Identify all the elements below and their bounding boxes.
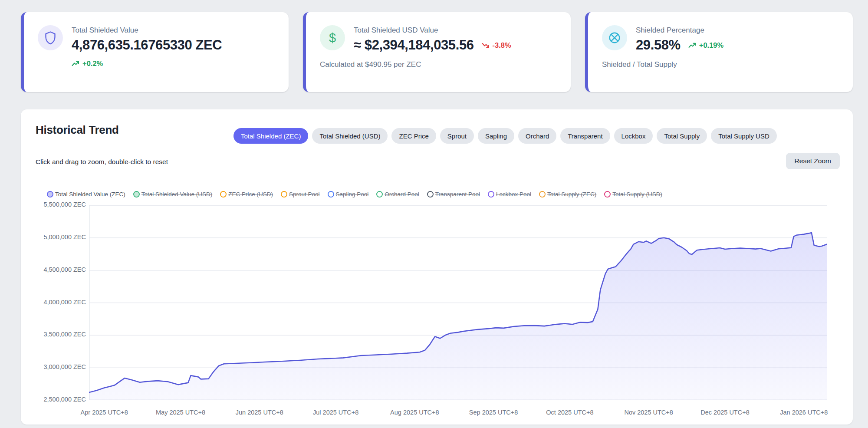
x-axis-tick-label: Dec 2025 UTC+8 <box>690 409 760 416</box>
legend-label: Sapling Pool <box>336 191 369 198</box>
legend-label: Sprout Pool <box>289 191 320 198</box>
legend-marker-icon <box>47 191 53 198</box>
trend-up-icon <box>72 61 79 66</box>
legend-marker-icon <box>604 191 611 198</box>
legend-label: Orchard Pool <box>385 191 419 198</box>
trend-down-icon <box>482 43 490 48</box>
x-axis-tick-label: May 2025 UTC+8 <box>146 409 215 416</box>
legend-marker-icon <box>281 191 287 198</box>
card-total-shielded-value: Total Shielded Value 4,876,635.16765330 … <box>21 12 289 92</box>
card-label: Shielded Percentage <box>636 26 723 35</box>
y-axis-tick-label: 3,000,000 ZEC <box>21 363 86 370</box>
legend-item-transparent-pool[interactable]: Transparent Pool <box>427 191 480 198</box>
series-area <box>89 233 827 400</box>
tab-total-shielded-zec[interactable]: Total Shielded (ZEC) <box>233 128 308 144</box>
legend-item-sapling-pool[interactable]: Sapling Pool <box>328 191 369 198</box>
legend-marker-icon <box>376 191 383 198</box>
zoom-hint-text: Click and drag to zoom, double-click to … <box>36 158 168 166</box>
card-label: Total Shielded USD Value <box>354 26 511 35</box>
legend-label: Total Supply (USD) <box>612 191 662 198</box>
x-axis-tick-label: Jun 2025 UTC+8 <box>225 409 294 416</box>
card-value: 4,876,635.16765330 ZEC <box>72 37 222 53</box>
legend-item-zec-price-usd[interactable]: ZEC Price (USD) <box>220 191 273 198</box>
tab-sprout[interactable]: Sprout <box>440 128 474 144</box>
change-value: +0.2% <box>82 59 103 68</box>
stat-cards-row: Total Shielded Value 4,876,635.16765330 … <box>21 12 853 92</box>
legend-item-total-shielded-value-zec[interactable]: Total Shielded Value (ZEC) <box>47 191 125 198</box>
legend-item-sprout-pool[interactable]: Sprout Pool <box>281 191 320 198</box>
x-axis-tick-label: Jan 2026 UTC+8 <box>769 409 838 416</box>
legend-marker-icon <box>328 191 334 198</box>
legend-label: Transparent Pool <box>435 191 480 198</box>
legend-marker-icon <box>220 191 227 198</box>
card-subtext: Shielded / Total Supply <box>602 60 840 69</box>
x-axis-tick-label: Sep 2025 UTC+8 <box>459 409 528 416</box>
x-axis-tick-label: Aug 2025 UTC+8 <box>380 409 449 416</box>
legend-item-total-supply-zec[interactable]: Total Supply (ZEC) <box>539 191 596 198</box>
shield-icon <box>38 25 63 50</box>
y-axis-tick-label: 5,000,000 ZEC <box>21 234 86 240</box>
x-axis-tick-label: Apr 2025 UTC+8 <box>69 409 139 416</box>
legend-marker-icon <box>488 191 494 198</box>
chart-series-tabs: Total Shielded (ZEC)Total Shielded (USD)… <box>233 128 777 144</box>
tab-zec-price[interactable]: ZEC Price <box>391 128 436 144</box>
change-value: -3.8% <box>493 41 511 49</box>
card-value: 29.58% <box>636 37 681 53</box>
trend-area-chart[interactable] <box>89 205 827 400</box>
x-axis: Apr 2025 UTC+8May 2025 UTC+8Jun 2025 UTC… <box>89 407 827 418</box>
legend-label: Total Shielded Value (ZEC) <box>55 191 125 198</box>
dollar-icon: $ <box>320 25 345 50</box>
card-shielded-percentage: Shielded Percentage 29.58% +0.19% Shield… <box>585 12 853 92</box>
x-axis-tick-label: Oct 2025 UTC+8 <box>535 409 605 416</box>
legend-item-orchard-pool[interactable]: Orchard Pool <box>376 191 419 198</box>
y-axis-tick-label: 4,000,000 ZEC <box>21 299 86 306</box>
tab-sapling[interactable]: Sapling <box>478 128 514 144</box>
reset-zoom-button[interactable]: Reset Zoom <box>786 153 840 169</box>
card-subtext: Calculated at $490.95 per ZEC <box>320 60 558 69</box>
tab-total-supply[interactable]: Total Supply <box>657 128 707 144</box>
change-badge: -3.8% <box>482 41 511 49</box>
tab-lockbox[interactable]: Lockbox <box>614 128 653 144</box>
y-axis-tick-label: 4,500,000 ZEC <box>21 266 86 273</box>
legend-marker-icon <box>427 191 434 198</box>
change-badge: +0.2% <box>72 59 103 68</box>
legend-item-total-supply-usd[interactable]: Total Supply (USD) <box>604 191 662 198</box>
tab-total-shielded-usd[interactable]: Total Shielded (USD) <box>312 128 388 144</box>
x-axis-tick-label: Nov 2025 UTC+8 <box>614 409 684 416</box>
x-axis-tick-label: Jul 2025 UTC+8 <box>301 409 371 416</box>
chart-legend: Total Shielded Value (ZEC)Total Shielded… <box>47 191 662 198</box>
legend-marker-icon <box>133 191 140 198</box>
card-value: ≈ $2,394,184,035.56 <box>354 37 474 53</box>
historical-trend-panel: Historical Trend Total Shielded (ZEC)Tot… <box>21 109 853 425</box>
legend-marker-icon <box>539 191 546 198</box>
y-axis-tick-label: 5,500,000 ZEC <box>21 201 86 208</box>
page-title: Historical Trend <box>36 123 119 137</box>
legend-label: Total Supply (ZEC) <box>547 191 596 198</box>
tab-total-supply-usd[interactable]: Total Supply USD <box>711 128 777 144</box>
legend-item-lockbox-pool[interactable]: Lockbox Pool <box>488 191 531 198</box>
card-total-shielded-usd: $ Total Shielded USD Value ≈ $2,394,184,… <box>303 12 571 92</box>
trend-up-icon <box>688 43 696 48</box>
circle-x-icon <box>602 25 627 50</box>
card-label: Total Shielded Value <box>72 26 222 35</box>
change-badge: +0.19% <box>688 41 723 49</box>
legend-label: Total Shielded Value (USD) <box>141 191 212 198</box>
legend-label: Lockbox Pool <box>496 191 531 198</box>
y-axis-tick-label: 3,500,000 ZEC <box>21 331 86 338</box>
legend-label: ZEC Price (USD) <box>228 191 273 198</box>
dollar-glyph: $ <box>329 31 336 45</box>
change-value: +0.19% <box>699 41 723 49</box>
tab-orchard[interactable]: Orchard <box>518 128 556 144</box>
legend-item-total-shielded-value-usd[interactable]: Total Shielded Value (USD) <box>133 191 212 198</box>
tab-transparent[interactable]: Transparent <box>560 128 610 144</box>
y-axis-tick-label: 2,500,000 ZEC <box>21 396 86 403</box>
